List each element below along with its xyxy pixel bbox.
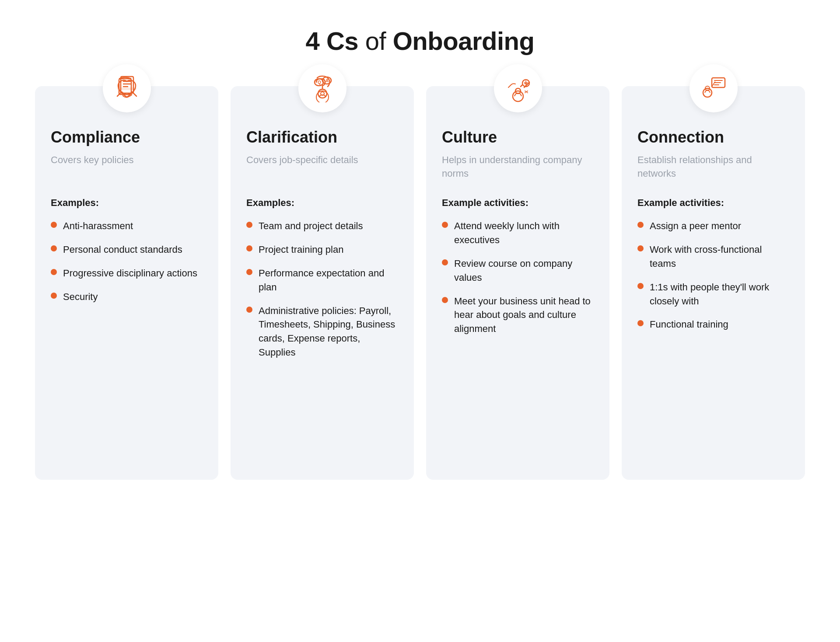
- svg-point-8: [316, 91, 329, 102]
- list-item: Review course on company values: [442, 257, 594, 285]
- clarification-title: Clarification: [246, 128, 398, 147]
- clarification-icon-wrapper: Q A: [246, 64, 398, 112]
- list-item: 1:1s with people they'll work closely wi…: [637, 280, 789, 308]
- compliance-examples-label: Examples:: [51, 197, 203, 209]
- bullet-dot: [637, 245, 644, 251]
- list-item: Security: [51, 290, 203, 304]
- connection-title: Connection: [637, 128, 789, 147]
- bullet-dot: [637, 320, 644, 326]
- culture-examples-label: Example activities:: [442, 197, 594, 209]
- list-item-text: Review course on company values: [454, 257, 594, 285]
- clarification-examples-label: Examples:: [246, 197, 398, 209]
- card-connection: ConnectionEstablish relationships and ne…: [622, 86, 805, 480]
- list-item-text: Functional training: [650, 318, 728, 331]
- culture-title: Culture: [442, 128, 594, 147]
- bullet-dot: [246, 269, 252, 275]
- list-item-text: Security: [63, 290, 98, 304]
- card-culture: CultureHelps in understanding company no…: [426, 86, 609, 480]
- connection-examples-label: Example activities:: [637, 197, 789, 209]
- culture-icon-wrapper: [442, 64, 594, 112]
- list-item: Assign a peer mentor: [637, 219, 789, 233]
- bullet-dot: [51, 222, 57, 228]
- compliance-icon: [103, 64, 151, 112]
- culture-bullet-list: Attend weekly lunch with executivesRevie…: [442, 219, 594, 336]
- bullet-dot: [442, 259, 448, 265]
- list-item: Attend weekly lunch with executives: [442, 219, 594, 247]
- list-item: Meet your business unit head to hear abo…: [442, 294, 594, 336]
- bullet-dot: [442, 297, 448, 303]
- card-compliance: ComplianceCovers key policiesExamples:An…: [35, 86, 218, 480]
- list-item-text: Administrative policies: Payroll, Timesh…: [259, 304, 398, 360]
- bullet-dot: [246, 245, 252, 251]
- list-item-text: Assign a peer mentor: [650, 219, 741, 233]
- list-item: Performance expectation and plan: [246, 266, 398, 294]
- bullet-dot: [442, 222, 448, 228]
- list-item-text: Team and project details: [259, 219, 363, 233]
- svg-point-9: [513, 91, 523, 101]
- culture-icon: [494, 64, 542, 112]
- list-item-text: Performance expectation and plan: [259, 266, 398, 294]
- list-item: Anti-harassment: [51, 219, 203, 233]
- bullet-dot: [51, 269, 57, 275]
- clarification-subtitle: Covers job-specific details: [246, 154, 398, 181]
- compliance-subtitle: Covers key policies: [51, 154, 203, 181]
- list-item-text: Work with cross-functional teams: [650, 243, 789, 271]
- svg-text:A: A: [326, 78, 329, 83]
- list-item-text: 1:1s with people they'll work closely wi…: [650, 280, 789, 308]
- connection-icon-wrapper: [637, 64, 789, 112]
- bullet-dot: [637, 283, 644, 289]
- culture-subtitle: Helps in understanding company norms: [442, 154, 594, 181]
- bullet-dot: [246, 307, 252, 313]
- list-item-text: Meet your business unit head to hear abo…: [454, 294, 594, 336]
- card-clarification: Q A ClarificationCovers job-specific det…: [231, 86, 414, 480]
- list-item: Work with cross-functional teams: [637, 243, 789, 271]
- list-item: Personal conduct standards: [51, 243, 203, 257]
- compliance-icon-wrapper: [51, 64, 203, 112]
- list-item: Team and project details: [246, 219, 398, 233]
- connection-icon: [690, 64, 738, 112]
- connection-subtitle: Establish relationships and networks: [637, 154, 789, 181]
- list-item: Functional training: [637, 318, 789, 331]
- page-title: 4 Cs of Onboarding: [306, 26, 535, 56]
- list-item-text: Project training plan: [259, 243, 343, 257]
- list-item-text: Attend weekly lunch with executives: [454, 219, 594, 247]
- bullet-dot: [51, 293, 57, 299]
- connection-bullet-list: Assign a peer mentorWork with cross-func…: [637, 219, 789, 331]
- list-item-text: Progressive disciplinary actions: [63, 266, 197, 280]
- list-item-text: Personal conduct standards: [63, 243, 182, 257]
- list-item: Progressive disciplinary actions: [51, 266, 203, 280]
- svg-text:Q: Q: [318, 80, 321, 85]
- list-item-text: Anti-harassment: [63, 219, 133, 233]
- compliance-bullet-list: Anti-harassmentPersonal conduct standard…: [51, 219, 203, 304]
- clarification-bullet-list: Team and project detailsProject training…: [246, 219, 398, 359]
- bullet-dot: [51, 245, 57, 251]
- cards-container: ComplianceCovers key policiesExamples:An…: [35, 86, 805, 480]
- list-item: Project training plan: [246, 243, 398, 257]
- compliance-title: Compliance: [51, 128, 203, 147]
- bullet-dot: [246, 222, 252, 228]
- list-item: Administrative policies: Payroll, Timesh…: [246, 304, 398, 360]
- bullet-dot: [637, 222, 644, 228]
- clarification-icon: Q A: [298, 64, 346, 112]
